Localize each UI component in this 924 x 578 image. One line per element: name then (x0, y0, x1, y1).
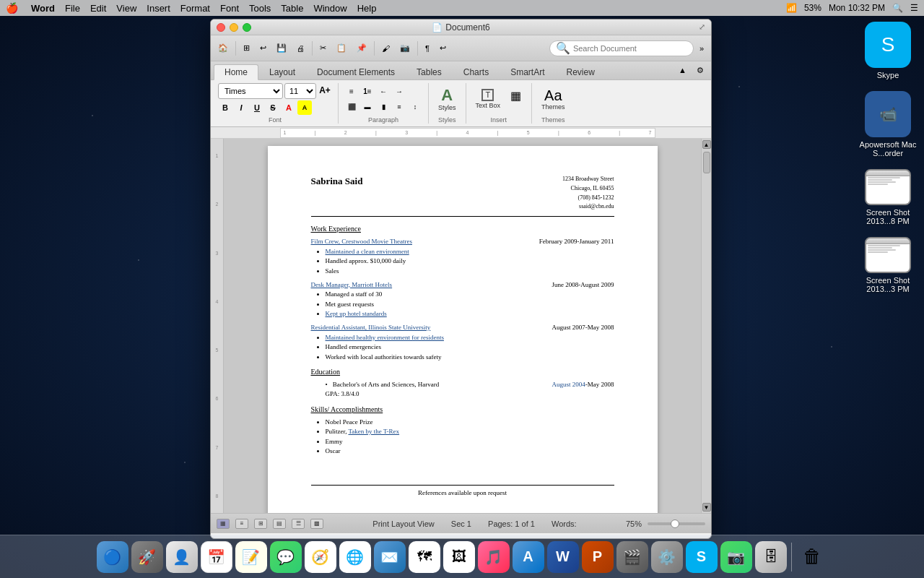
toolbar-cut-btn[interactable]: ✂ (315, 39, 331, 58)
toolbar-paste-btn[interactable]: 📌 (352, 39, 371, 58)
ribbon-settings-btn[interactable]: ⚙ (692, 61, 708, 79)
dock-skype[interactable]: S (686, 541, 718, 573)
view-btn4[interactable]: ▤ (273, 519, 286, 529)
document-area[interactable]: 12345678 Sabrina Said 1234 Broadway Stre… (211, 139, 711, 513)
bold-button[interactable]: B (218, 100, 232, 115)
align-left-btn[interactable]: ⬛ (344, 100, 359, 114)
menu-help[interactable]: Help (357, 3, 377, 14)
zoom-slider[interactable] (648, 522, 705, 525)
dock-maps[interactable]: 🗺 (409, 541, 440, 573)
maximize-button[interactable] (243, 23, 251, 32)
expand-button[interactable]: ⤢ (699, 22, 705, 32)
scroll-down-btn[interactable]: ▼ (702, 503, 711, 512)
align-right-btn[interactable]: ▮ (376, 100, 391, 114)
dock-messages[interactable]: 💬 (270, 541, 302, 573)
highlight-btn[interactable]: A (297, 100, 312, 115)
scroll-up-btn[interactable]: ▲ (702, 140, 711, 149)
list-bullet-btn[interactable]: ≡ (344, 84, 359, 98)
text-box-button[interactable]: T Text Box (472, 87, 505, 111)
toolbar-save-btn[interactable]: 💾 (272, 39, 291, 58)
toolbar-format-btn[interactable]: 🖌 (378, 39, 394, 58)
strikethrough-button[interactable]: S (266, 100, 280, 115)
minimize-button[interactable] (230, 23, 238, 32)
dock-trash[interactable]: 🗑 (796, 541, 828, 573)
themes-button[interactable]: Aa Themes (538, 86, 569, 113)
menu-edit[interactable]: Edit (90, 3, 106, 14)
toolbar-print-btn[interactable]: 🖨 (292, 39, 309, 58)
dock-mail[interactable]: ✉️ (374, 541, 406, 573)
text-color-btn[interactable]: A (282, 100, 296, 115)
view-btn5[interactable]: ☰ (292, 519, 305, 529)
indent-less-btn[interactable]: ← (376, 84, 391, 98)
toolbar-back-btn[interactable]: ↩ (256, 39, 271, 58)
dock-photos[interactable]: 🖼 (443, 541, 475, 573)
menu-tools[interactable]: Tools (249, 3, 271, 14)
dock-appstore[interactable]: A (513, 541, 544, 573)
tab-home[interactable]: Home (214, 64, 258, 80)
tab-smartart[interactable]: SmartArt (500, 64, 555, 79)
desktop-icon-skype[interactable]: S Skype (859, 22, 917, 79)
apple-menu[interactable]: 🍎 (6, 2, 18, 14)
tab-charts[interactable]: Charts (453, 64, 500, 79)
menu-window[interactable]: Window (313, 3, 346, 14)
menubar-options[interactable]: ☰ (910, 3, 918, 13)
view-btn3[interactable]: ⊞ (254, 519, 267, 529)
menu-view[interactable]: View (116, 3, 136, 14)
dock-chrome[interactable]: 🌐 (339, 541, 371, 573)
desktop-icon-screenshot1[interactable]: Screen Shot 2013...8 PM (859, 169, 917, 225)
insert-extra-btn[interactable]: ▦ (505, 87, 526, 105)
line-spacing-btn[interactable]: ↕ (408, 100, 422, 114)
dock-launchpad[interactable]: 🚀 (131, 541, 163, 573)
font-grow-btn[interactable]: A+ (318, 83, 332, 98)
scroll-track[interactable] (702, 150, 711, 501)
desktop-icon-apowersoft[interactable]: 📹 Apowersoft Mac S...order (859, 91, 917, 158)
zoom-thumb[interactable] (671, 519, 679, 528)
font-size-select[interactable]: 11 (284, 83, 316, 99)
tab-review[interactable]: Review (555, 64, 605, 79)
toolbar-copy-btn[interactable]: 📋 (332, 39, 351, 58)
toolbar-home-btn[interactable]: 🏠 (214, 39, 232, 58)
dock-powerpoint[interactable]: P (582, 541, 614, 573)
align-justify-btn[interactable]: ≡ (392, 100, 406, 114)
menu-insert[interactable]: Insert (147, 3, 170, 14)
dock-imovie[interactable]: 🎬 (616, 541, 648, 573)
toolbar-undo-btn[interactable]: ↩ (435, 39, 450, 58)
view-btn1[interactable]: ▦ (217, 519, 230, 529)
menubar-search[interactable]: 🔍 (892, 3, 903, 13)
dock-finder2[interactable]: 🗄 (755, 541, 787, 573)
list-number-btn[interactable]: 1≡ (360, 84, 375, 98)
toolbar-media-btn[interactable]: 📷 (396, 39, 414, 58)
menu-table[interactable]: Table (281, 3, 303, 14)
desktop-icon-screenshot2[interactable]: Screen Shot 2013...3 PM (859, 237, 917, 293)
menu-file[interactable]: File (65, 3, 80, 14)
align-center-btn[interactable]: ▬ (360, 100, 375, 114)
scrollbar-vertical[interactable]: ▲ ▼ (701, 139, 711, 513)
dock-system-prefs[interactable]: ⚙️ (651, 541, 683, 573)
indent-more-btn[interactable]: → (392, 84, 406, 98)
view-btn6[interactable]: ▩ (310, 519, 323, 529)
toolbar-grid-btn[interactable]: ⊞ (239, 39, 254, 58)
dock-word[interactable]: W (547, 541, 579, 573)
tab-layout[interactable]: Layout (258, 64, 306, 79)
document-page[interactable]: Sabrina Said 1234 Broadway Street Chicag… (268, 146, 658, 513)
tab-tables[interactable]: Tables (406, 64, 453, 79)
dock-contacts[interactable]: 👤 (166, 541, 198, 573)
menu-word[interactable]: Word (31, 3, 55, 14)
dock-calendar[interactable]: 📅 (201, 541, 232, 573)
italic-button[interactable]: I (234, 100, 248, 115)
search-input[interactable] (573, 44, 687, 53)
scroll-thumb[interactable] (703, 152, 710, 173)
underline-button[interactable]: U (250, 100, 264, 115)
dock-itunes[interactable]: 🎵 (478, 541, 510, 573)
toolbar-more-btn[interactable]: » (695, 39, 708, 58)
close-button[interactable] (217, 23, 225, 32)
view-btn2[interactable]: ≡ (235, 519, 248, 529)
toolbar-paragraph-btn[interactable]: ¶ (421, 39, 434, 58)
menu-format[interactable]: Format (180, 3, 210, 14)
font-family-select[interactable]: Times (218, 83, 283, 99)
ribbon-collapse-btn[interactable]: ▲ (674, 61, 691, 79)
styles-button[interactable]: A Styles (435, 85, 460, 113)
tab-document-elements[interactable]: Document Elements (306, 64, 406, 79)
dock-finder[interactable]: 🔵 (97, 541, 128, 573)
dock-facetime[interactable]: 📷 (720, 541, 752, 573)
